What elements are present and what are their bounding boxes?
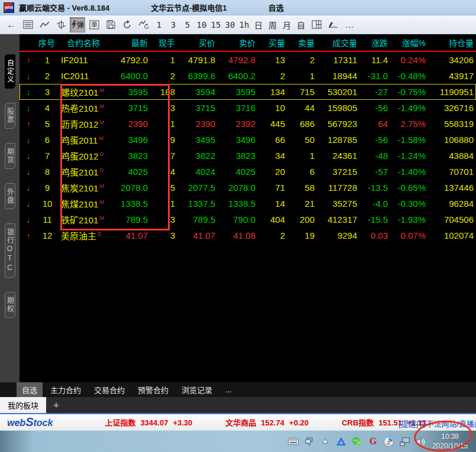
- column-header-持仓量[interactable]: 持仓量: [428, 37, 476, 48]
- bid-volume: 134: [258, 87, 287, 97]
- category-tab-...[interactable]: ...: [220, 383, 237, 396]
- last-price: 6400.0: [114, 71, 150, 81]
- up-arrow-icon: ↑: [20, 119, 37, 129]
- quote-row-IC2011[interactable]: ↓2IC20116400.026399.66400.22118944-31.0-…: [20, 68, 476, 84]
- up-arrow-icon: ↑: [20, 231, 37, 240]
- quote-row-铁矿2101[interactable]: ↓11铁矿2101M789.53789.5790.0404200412317-1…: [20, 212, 476, 227]
- volume: 24361: [317, 151, 360, 161]
- quote-row-鸡蛋2011[interactable]: ↓6鸡蛋2011M34969349534966650128785-56-1.58…: [20, 132, 476, 148]
- category-tab-主力合约[interactable]: 主力合约: [45, 382, 86, 397]
- period-button-自[interactable]: 自: [294, 17, 307, 32]
- period-button-30[interactable]: 30: [224, 17, 237, 32]
- window-restore-icon[interactable]: [304, 436, 315, 447]
- contract-name: 鸡蛋2101D: [57, 165, 114, 178]
- quote-row-焦煤2101[interactable]: ↓10焦煤2101M1338.511337.51338.5142135275-4…: [20, 196, 476, 212]
- ask-volume: 715: [287, 87, 317, 97]
- column-header-最新[interactable]: 最新: [114, 37, 150, 48]
- column-header-成交量[interactable]: 成交量: [317, 37, 360, 48]
- last-price: 41.07: [114, 230, 150, 240]
- period-button-5[interactable]: 5: [181, 17, 194, 32]
- category-tab-交易合约[interactable]: 交易合约: [89, 382, 130, 397]
- order-icon[interactable]: 单: [86, 17, 102, 32]
- column-header-合约名称[interactable]: 合约名称: [57, 37, 114, 48]
- sidebar-tab-银行OTC[interactable]: 银行OTC: [5, 223, 15, 278]
- bid-price: 3715: [177, 103, 218, 113]
- column-header-买量[interactable]: 买量: [258, 37, 287, 48]
- period-button-月[interactable]: 月: [280, 17, 293, 32]
- sidebar-tab-期货[interactable]: 期货: [5, 143, 15, 169]
- change: -31.0: [360, 71, 390, 81]
- index-ticker: 上证指数3344.07+3.30文华商品152.74+0.20CRB指数151.…: [105, 417, 426, 428]
- quote-row-螺纹2101[interactable]: ↓3螺纹2101M359518835943595134715530201-27-…: [20, 84, 476, 100]
- network-icon[interactable]: [400, 436, 410, 447]
- column-header-买价[interactable]: 买价: [177, 37, 218, 48]
- period-button-日[interactable]: 日: [252, 17, 265, 32]
- bid-price: 789.5: [177, 214, 218, 225]
- candlestick-icon[interactable]: [53, 17, 69, 32]
- app-red-g-icon[interactable]: G: [368, 436, 378, 447]
- down-arrow-icon: ↓: [20, 87, 37, 97]
- period-button-1h[interactable]: 1h: [238, 17, 251, 32]
- trading-app-window: wh6 赢顺云端交易 - Ver6.8.184 文华云节点-模拟电信1 自选 ←…: [0, 0, 476, 452]
- quote-row-IF2011[interactable]: ↑1IF20114792.014791.84792.81321731111.40…: [20, 52, 476, 68]
- add-board-button[interactable]: +: [46, 397, 66, 413]
- board-tab-my-board[interactable]: 我的板块: [0, 397, 46, 413]
- bid-price: 4024: [177, 167, 218, 177]
- category-tab-自选[interactable]: 自选: [17, 382, 43, 397]
- wechat-icon[interactable]: [352, 436, 362, 447]
- period-button-1[interactable]: 1: [153, 17, 166, 32]
- column-header-卖量[interactable]: 卖量: [287, 37, 317, 48]
- sidebar-tab-期权[interactable]: 期权: [5, 292, 15, 318]
- line-chart-icon[interactable]: [37, 17, 52, 32]
- bid-volume: 71: [258, 183, 287, 193]
- column-header-卖价[interactable]: 卖价: [218, 37, 258, 48]
- quote-row-热卷2101[interactable]: ↓4热卷2101M37153371537161044159805-56-1.49…: [20, 100, 476, 116]
- open-interest: 558319: [428, 119, 476, 129]
- volume: 37215: [317, 167, 360, 177]
- category-tab-预警合约[interactable]: 预警合约: [132, 382, 174, 397]
- save-icon[interactable]: [103, 17, 118, 32]
- draw-icon[interactable]: [325, 17, 341, 32]
- row-number: 3: [37, 87, 57, 97]
- quote-row-焦炭2101[interactable]: ↓9焦炭2101M2078.052077.52078.07158117728-1…: [20, 180, 476, 196]
- back-icon[interactable]: ←: [4, 17, 19, 32]
- quote-row-鸡蛋2101[interactable]: ↓8鸡蛋2101D402544024402520637215-57-1.40%7…: [20, 164, 476, 180]
- app-blue-circle-icon[interactable]: [384, 436, 394, 447]
- volume-icon[interactable]: [416, 436, 426, 447]
- sidebar-tab-外盘[interactable]: 外盘: [5, 183, 15, 209]
- contract-flag: M: [99, 215, 104, 221]
- column-header-现手[interactable]: 现手: [150, 37, 177, 48]
- column-header-序号[interactable]: 序号: [20, 37, 57, 48]
- tick-chart-icon[interactable]: 弹: [70, 17, 85, 32]
- taskbar-clock[interactable]: 10:38 2020/10/15: [432, 432, 472, 451]
- quote-row-美原油主[interactable]: ↑12美原油主D41.07341.0741.0821992940.030.07%…: [20, 227, 476, 243]
- column-header-涨跌[interactable]: 涨跌: [360, 37, 390, 48]
- show-hidden-icon[interactable]: [320, 436, 331, 447]
- layout-icon[interactable]: [309, 17, 324, 32]
- volume: 412317: [317, 214, 360, 225]
- sidebar: 自定义股票期货外盘银行OTC期权: [0, 34, 20, 382]
- open-interest: 704506: [428, 214, 476, 225]
- chart-refresh-icon[interactable]: [136, 17, 151, 32]
- row-number: 11: [37, 214, 57, 225]
- period-button-10[interactable]: 10: [195, 17, 208, 32]
- period-button-15[interactable]: 15: [209, 17, 222, 32]
- column-header-涨幅%[interactable]: 涨幅%: [390, 37, 428, 48]
- app-blue-triangle-icon[interactable]: [336, 436, 347, 447]
- more-icon[interactable]: …: [342, 17, 357, 32]
- sidebar-tab-自定义[interactable]: 自定义: [5, 54, 15, 89]
- keyboard-icon[interactable]: [288, 436, 299, 447]
- change-percent: -1.24%: [390, 151, 428, 161]
- sidebar-tab-股票[interactable]: 股票: [5, 103, 15, 129]
- period-button-3[interactable]: 3: [167, 17, 180, 32]
- category-tab-浏览记录[interactable]: 浏览记录: [176, 382, 218, 397]
- quote-row-鸡蛋2012[interactable]: ↓7鸡蛋2012D382373822382334124361-48-1.24%4…: [20, 148, 476, 164]
- quote-list-icon[interactable]: [20, 17, 35, 32]
- volume: 117728: [317, 183, 360, 193]
- refresh-icon[interactable]: [119, 17, 135, 32]
- volume: 530201: [317, 87, 360, 97]
- change-percent: -1.58%: [390, 135, 428, 145]
- quote-row-沥青2012[interactable]: ↑5沥青2012M2390123902392445686567923642.75…: [20, 116, 476, 132]
- period-button-周[interactable]: 周: [266, 17, 279, 32]
- ask-price: 3716: [218, 103, 258, 113]
